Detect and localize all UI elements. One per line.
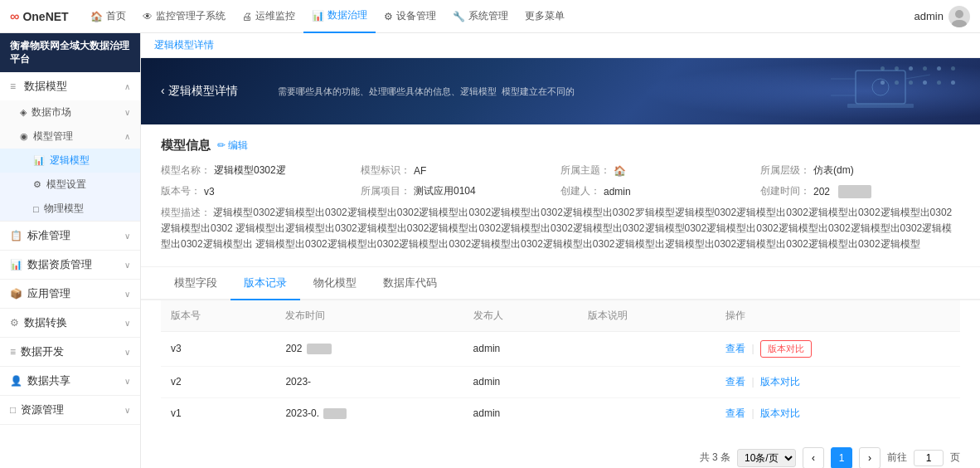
current-page-button[interactable]: 1 [831, 447, 852, 468]
model-settings-icon: ⚙ [33, 179, 41, 190]
sidebar-item-data-mgmt[interactable]: 📊数据资质管理 ∨ [0, 251, 140, 279]
tab-version-records[interactable]: 版本记录 [230, 267, 300, 300]
chevron-right7-icon: ∨ [124, 406, 130, 415]
ops-icon: 🖨 [242, 11, 252, 22]
data-icon: 📊 [312, 10, 324, 22]
page-unit: 页 [950, 451, 960, 465]
edit-button[interactable]: ✏ 编辑 [217, 139, 248, 153]
page-size-select[interactable]: 10条/页 [737, 449, 796, 467]
nav-item-ops[interactable]: 🖨 运维监控 [234, 0, 303, 33]
nav-item-more[interactable]: 更多菜单 [517, 9, 573, 23]
main-layout: 衡睿物联网全域大数据治理平台 ≡ 数据模型 ∧ ◈ 数据市场 ∨ ◉ 模型管理 [0, 33, 980, 468]
standards-icon: 📋 [10, 230, 22, 241]
data-model-icon: ≡ [10, 80, 16, 92]
model-management-icon: ◉ [20, 131, 28, 142]
created-time-label: 创建时间： [760, 184, 810, 198]
sidebar-section-data-transform: ⚙数据转换 ∨ [0, 309, 140, 338]
info-creator: 创建人： admin [560, 184, 760, 198]
nav-item-monitor[interactable]: 👁 监控管理子系统 [134, 0, 234, 33]
nav-items: 🏠 首页 👁 监控管理子系统 🖨 运维监控 📊 数据治理 ⚙ 设备管理 🔧 系统… [82, 0, 915, 33]
sidebar-item-data-dev[interactable]: ≡数据开发 ∨ [0, 338, 140, 366]
row1-publisher: admin [463, 331, 578, 366]
app-mgmt-icon: 📦 [10, 288, 22, 300]
sidebar-item-logic-model[interactable]: 📊 逻辑模型 [0, 149, 140, 173]
layer-label: 所属层级： [760, 163, 810, 178]
sidebar-item-physical-model[interactable]: □ 物理模型 [0, 197, 140, 221]
row2-actions: 查看 | 版本对比 [716, 366, 960, 397]
prev-page-button[interactable]: ‹ [803, 447, 824, 468]
info-grid: 模型名称： 逻辑模型0302逻 模型标识： AF 所属主题： 🏠 所属层级： 仿… [161, 163, 960, 198]
nav-item-data[interactable]: 📊 数据治理 [303, 0, 376, 33]
sidebar-section-data-mgmt: 📊数据资质管理 ∨ [0, 251, 140, 280]
info-header: 模型信息 ✏ 编辑 [161, 138, 960, 154]
avatar[interactable] [948, 6, 970, 27]
info-layer: 所属层级： 仿表(dm) [760, 163, 960, 178]
row3-compare-link[interactable]: 版本对比 [760, 407, 800, 419]
sidebar-section-data-share: 👤数据共享 ∨ [0, 367, 140, 396]
svg-point-0 [955, 10, 963, 18]
row2-view-link[interactable]: 查看 [725, 376, 745, 388]
sidebar-item-app-mgmt[interactable]: 📦应用管理 ∨ [0, 280, 140, 308]
user-area: admin [915, 6, 970, 27]
sidebar-item-standards[interactable]: 📋标准管理 ∨ [0, 222, 140, 250]
data-dev-icon: ≡ [10, 346, 16, 358]
row3-view-link[interactable]: 查看 [725, 407, 745, 419]
sidebar-item-resource-mgmt[interactable]: □资源管理 ∨ [0, 396, 140, 424]
created-time-value: 202 [813, 186, 830, 197]
page-jump-input[interactable] [914, 450, 944, 466]
logic-model-icon: 📊 [33, 155, 45, 166]
top-nav: ∞ OneNET 🏠 首页 👁 监控管理子系统 🖨 运维监控 📊 数据治理 ⚙ … [0, 0, 980, 33]
row3-publisher: admin [463, 397, 578, 429]
table-row: v2 2023- admin 查看 | 版本对比 [161, 366, 960, 397]
chevron-down2-icon: ∧ [124, 132, 130, 141]
nav-item-system[interactable]: 🔧 系统管理 [444, 0, 517, 33]
row1-actions: 查看 | 版本对比 [716, 331, 960, 366]
sidebar-item-model-management[interactable]: ◉ 模型管理 ∧ [0, 124, 140, 149]
chevron-down-icon: ∨ [124, 108, 130, 117]
creator-label: 创建人： [560, 184, 600, 198]
info-version: 版本号： v3 [161, 184, 361, 198]
banner-text: ‹ 逻辑模型详情 [161, 84, 245, 99]
nav-item-home[interactable]: 🏠 首页 [82, 0, 134, 33]
sidebar-item-data-market[interactable]: ◈ 数据市场 ∨ [0, 100, 140, 124]
info-identifier: 模型标识： AF [361, 163, 560, 178]
row1-view-link[interactable]: 查看 [725, 343, 745, 354]
content-area: 逻辑模型详情 ‹ 逻辑模型详情 需要哪些具体的功能、处理哪些具体的信息、逻辑模型… [141, 33, 980, 468]
tab-materialized-model[interactable]: 物化模型 [300, 267, 370, 300]
tab-model-fields[interactable]: 模型字段 [161, 267, 230, 300]
row3-publish-time: 2023-0. [275, 397, 463, 429]
data-market-icon: ◈ [20, 107, 27, 118]
svg-line-6 [905, 75, 930, 79]
info-created-time: 创建时间： 202 [760, 184, 960, 198]
sidebar-item-data-share[interactable]: 👤数据共享 ∨ [0, 367, 140, 395]
nav-item-device[interactable]: ⚙ 设备管理 [376, 0, 444, 33]
platform-title: 衡睿物联网全域大数据治理平台 [0, 33, 140, 72]
version-table: 版本号 发布时间 发布人 版本说明 操作 v3 202 admin [161, 300, 960, 429]
sidebar-item-model-settings[interactable]: ⚙ 模型设置 [0, 173, 140, 197]
logo-text: OneNET [22, 10, 68, 23]
col-actions: 操作 [716, 300, 960, 332]
svg-point-4 [872, 79, 889, 95]
tab-database-code[interactable]: 数据库代码 [370, 267, 450, 300]
row2-publish-time: 2023- [275, 366, 463, 397]
next-page-button[interactable]: › [859, 447, 881, 468]
svg-point-1 [952, 20, 967, 27]
sidebar-item-data-transform[interactable]: ⚙数据转换 ∨ [0, 309, 140, 337]
back-button[interactable]: ‹ 逻辑模型详情 [161, 84, 238, 99]
monitor-icon: 👁 [143, 11, 153, 22]
row1-time-redacted [307, 344, 332, 354]
version-label: 版本号： [161, 184, 201, 198]
action-separator2: | [751, 376, 754, 388]
table-section: 版本号 发布时间 发布人 版本说明 操作 v3 202 admin [141, 300, 980, 439]
table-row: v1 2023-0. admin 查看 | 版本对比 [161, 397, 960, 429]
table-row: v3 202 admin 查看 | 版本对比 [161, 331, 960, 366]
sidebar: 衡睿物联网全域大数据治理平台 ≡ 数据模型 ∧ ◈ 数据市场 ∨ ◉ 模型管理 [0, 33, 141, 468]
row1-compare-button[interactable]: 版本对比 [760, 340, 812, 358]
version-value: v3 [204, 186, 215, 197]
sidebar-item-data-model[interactable]: ≡ 数据模型 ∧ [0, 72, 140, 100]
topic-label: 所属主题： [560, 163, 610, 178]
resource-mgmt-icon: □ [10, 404, 16, 416]
row3-version: v1 [161, 397, 275, 429]
sidebar-section-data-model: ≡ 数据模型 ∧ ◈ 数据市场 ∨ ◉ 模型管理 ∧ 📊 [0, 72, 140, 222]
row2-compare-link[interactable]: 版本对比 [760, 376, 800, 388]
